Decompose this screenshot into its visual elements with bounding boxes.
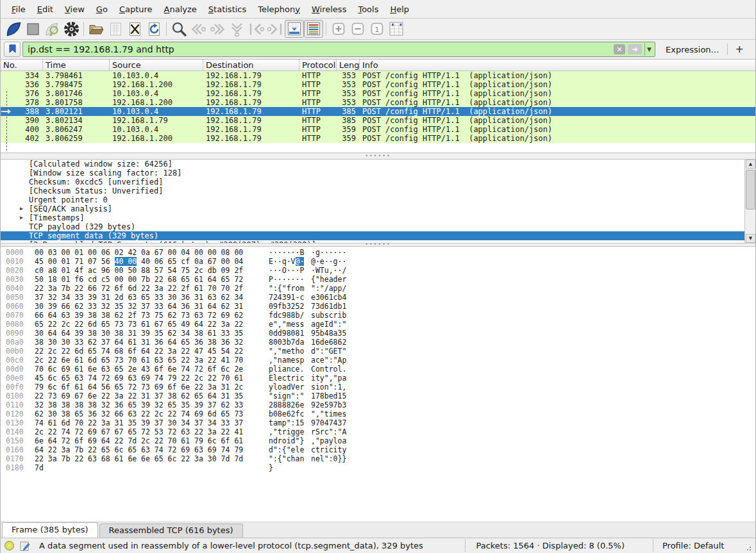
last-packet-button[interactable]	[265, 20, 285, 38]
packet-row-336[interactable]: 3363.798475192.168.1.200192.168.1.79HTTP…	[1, 80, 755, 89]
go-to-packet-button[interactable]	[227, 20, 246, 38]
start-capture-button[interactable]	[4, 20, 23, 38]
restart-capture-button[interactable]	[42, 20, 62, 38]
find-packet-button[interactable]	[169, 20, 189, 38]
scroll-down-icon[interactable]: ▼	[746, 234, 755, 243]
pane-splitter-top[interactable]: ••••••	[1, 153, 755, 160]
display-filter-input[interactable]: ip.dst == 192.168.1.79 and http ✕ ➜ ▼	[22, 42, 655, 57]
hex-row-00d0[interactable]: 00d070 6c 69 61 6e 63 65 2e43 6f 6e 74 7…	[1, 365, 755, 374]
menu-telephony[interactable]: Telephony	[252, 2, 306, 17]
menu-help[interactable]: Help	[384, 2, 415, 17]
menu-file[interactable]: File	[6, 2, 31, 17]
auto-scroll-toggle[interactable]	[285, 20, 304, 38]
scroll-up-icon[interactable]: ▲	[746, 160, 755, 169]
hex-row-0170[interactable]: 017022 3a 7b 22 63 68 61 6e6e 65 6c 22 3…	[1, 454, 755, 463]
hex-row-0110[interactable]: 011032 38 38 38 38 32 36 6539 32 65 35 3…	[1, 400, 755, 409]
capture-options-button[interactable]	[62, 20, 81, 38]
filter-history-dropdown[interactable]: ▼	[644, 43, 653, 56]
hex-row-00a0[interactable]: 00a038 30 30 33 62 37 64 6131 36 64 65 3…	[1, 338, 755, 347]
open-file-button[interactable]	[87, 20, 106, 38]
hex-row-0030[interactable]: 003050 18 01 f6 cd c5 00 007b 22 68 65 6…	[1, 275, 755, 284]
zoom-in-button[interactable]	[329, 20, 348, 38]
details-row[interactable]: [Calculated window size: 64256]	[1, 160, 755, 169]
menu-go[interactable]: Go	[90, 2, 113, 17]
hex-row-0090[interactable]: 009030 64 64 39 38 30 38 3139 35 62 34 3…	[1, 329, 755, 338]
filter-clear-button[interactable]: ✕	[614, 44, 625, 54]
details-row[interactable]: [Window size scaling factor: 128]	[1, 169, 755, 177]
packet-row-400[interactable]: 4003.80624710.103.0.4192.168.1.79HTTP359…	[1, 125, 755, 134]
filter-add-button[interactable]: +	[732, 43, 750, 56]
hex-row-0080[interactable]: 008065 22 2c 22 6d 65 73 7361 67 65 49 6…	[1, 320, 755, 329]
column-header-protocol[interactable]: Protocol	[299, 60, 337, 70]
hex-row-00f0[interactable]: 00f079 6c 6f 61 64 56 65 7273 69 6f 6e 2…	[1, 383, 755, 392]
hex-row-0100[interactable]: 010022 73 69 67 6e 22 3a 2231 37 38 62 6…	[1, 392, 755, 400]
details-row[interactable]: TCP payload (329 bytes)	[1, 222, 755, 231]
packet-row-390[interactable]: 3903.802134192.168.1.79192.168.1.79HTTP3…	[1, 116, 755, 125]
hex-row-0180[interactable]: 01807d}	[1, 463, 755, 472]
menu-analyze[interactable]: Analyze	[158, 2, 203, 17]
menu-tools[interactable]: Tools	[352, 2, 384, 17]
packet-row-334[interactable]: 3343.79846110.103.0.4192.168.1.79HTTP353…	[1, 71, 755, 80]
expert-info-icon[interactable]	[4, 541, 14, 550]
packet-row-378[interactable]: 3783.801758192.168.1.200192.168.1.79HTTP…	[1, 98, 755, 107]
go-back-button[interactable]	[189, 20, 208, 38]
column-header-time[interactable]: Time	[43, 60, 110, 70]
packet-row-402[interactable]: 4023.806259192.168.1.200192.168.1.79HTTP…	[1, 134, 755, 143]
filter-bookmark-button[interactable]	[4, 42, 21, 57]
pane-splitter-bottom[interactable]: ••••••	[1, 243, 755, 247]
hex-row-0070[interactable]: 007066 64 63 39 38 38 62 2f73 75 62 73 6…	[1, 311, 755, 320]
hex-row-0060[interactable]: 006030 39 66 62 33 32 35 3237 33 64 36 3…	[1, 302, 755, 311]
column-header-lengt[interactable]: Lengt	[337, 60, 360, 70]
column-header-source[interactable]: Source	[110, 60, 203, 70]
colorize-toggle[interactable]	[304, 20, 323, 38]
profile-label[interactable]: Profile: Default	[653, 540, 746, 552]
hex-row-00e0[interactable]: 00e045 6c 65 63 74 72 69 6369 74 79 22 2…	[1, 374, 755, 383]
hex-row-00c0[interactable]: 00c02c 22 6e 61 6d 65 73 7061 63 65 22 3…	[1, 356, 755, 365]
capture-comment-icon[interactable]	[20, 541, 30, 551]
details-row[interactable]: Checksum: 0xcdc5 [unverified]	[1, 177, 755, 186]
menu-edit[interactable]: Edit	[31, 2, 59, 17]
details-scrollbar[interactable]: ▲ ▼	[744, 160, 755, 243]
hex-row-0050[interactable]: 005037 32 34 33 39 31 2d 6365 33 30 36 3…	[1, 293, 755, 302]
tab-reassembled-tcp-616-bytes-[interactable]: Reassembled TCP (616 bytes)	[99, 524, 243, 538]
hex-row-0120[interactable]: 012062 30 38 65 36 32 66 6322 2c 22 74 6…	[1, 409, 755, 418]
packet-row-376[interactable]: 3763.80174610.103.0.4192.168.1.79HTTP353…	[1, 89, 755, 98]
filter-apply-button[interactable]: ➜	[628, 44, 642, 54]
stop-capture-button[interactable]	[23, 20, 42, 38]
tab-frame-385-bytes-[interactable]: Frame (385 bytes)	[2, 522, 98, 538]
expand-arrow-icon[interactable]: ▶	[20, 204, 23, 213]
resize-grip[interactable]	[746, 541, 753, 551]
hex-row-0160[interactable]: 016064 22 3a 7b 22 65 6c 6563 74 72 69 6…	[1, 445, 755, 454]
packet-row-388[interactable]: 3883.80212110.103.0.4192.168.1.79HTTP385…	[1, 107, 755, 116]
zoom-out-button[interactable]	[348, 20, 367, 38]
packet-bytes-pane[interactable]: 000000 03 00 01 00 06 02 420a 67 00 04 0…	[1, 247, 755, 522]
hex-row-0010[interactable]: 001045 00 01 71 07 56 40 0040 06 65 cf 0…	[1, 257, 755, 266]
expression-button[interactable]: Expression…	[662, 43, 723, 56]
first-packet-button[interactable]	[246, 20, 265, 38]
hex-row-0150[interactable]: 01506e 64 72 6f 69 64 22 7d2c 22 70 61 7…	[1, 436, 755, 445]
hex-row-0130[interactable]: 013074 61 6d 70 22 3a 31 3539 37 30 34 3…	[1, 418, 755, 427]
menu-statistics[interactable]: Statistics	[203, 2, 252, 17]
details-row[interactable]: Urgent pointer: 0	[1, 195, 755, 204]
column-header-destination[interactable]: Destination	[203, 60, 299, 70]
details-row[interactable]: ▶[Timestamps]	[1, 213, 755, 222]
hex-row-00b0[interactable]: 00b022 2c 22 6d 65 74 68 6f64 22 3a 22 4…	[1, 347, 755, 356]
menu-view[interactable]: View	[59, 2, 90, 17]
hex-row-0140[interactable]: 01402c 22 74 72 69 67 67 6572 53 72 63 2…	[1, 427, 755, 436]
column-header-no[interactable]: No.	[1, 60, 43, 70]
hex-row-0040[interactable]: 004022 3a 7b 22 66 72 6f 6d22 3a 22 2f 6…	[1, 284, 755, 293]
details-row[interactable]: [Checksum Status: Unverified]	[1, 186, 755, 195]
details-row[interactable]: TCP segment data (329 bytes)	[1, 231, 755, 240]
menu-wireless[interactable]: Wireless	[306, 2, 352, 17]
details-row[interactable]: ▶[SEQ/ACK analysis]	[1, 204, 755, 213]
resize-columns-button[interactable]	[387, 20, 406, 38]
menu-capture[interactable]: Capture	[113, 2, 158, 17]
go-forward-button[interactable]	[208, 20, 227, 38]
expand-arrow-icon[interactable]: ▶	[20, 213, 23, 222]
hex-row-0000[interactable]: 000000 03 00 01 00 06 02 420a 67 00 04 0…	[1, 248, 755, 257]
zoom-100-button[interactable]: 1	[367, 20, 387, 38]
reload-file-button[interactable]	[144, 20, 164, 38]
close-file-button[interactable]	[125, 20, 144, 38]
column-header-info[interactable]: Info	[360, 60, 755, 70]
save-file-button[interactable]	[106, 20, 125, 38]
